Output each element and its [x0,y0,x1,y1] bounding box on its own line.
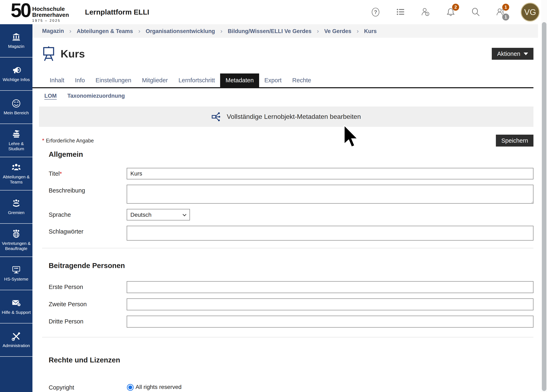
form-row-dritte-person: Dritte Person [42,316,533,328]
svg-text:***: *** [14,267,18,271]
breadcrumb-item[interactable]: Organisationsentwicklung [133,27,215,34]
sprache-select[interactable]: Deutsch [127,209,190,220]
required-asterisk: * [60,171,62,177]
erste-person-input[interactable] [127,281,533,293]
sidebar-item-mein-bereich[interactable]: Mein Bereich [0,91,33,124]
logo-anniversary-number: 50 [11,1,30,19]
field-label-beschreibung: Beschreibung [42,185,127,194]
svg-text:?: ? [18,304,20,307]
logo-years: 1975 – 2025 [32,19,69,23]
user-avatar[interactable]: VG [521,3,540,21]
search-icon[interactable] [471,7,481,17]
tab-metadaten[interactable]: Metadaten [220,74,259,87]
contacts-icon[interactable]: 1 1 [496,7,506,17]
edit-full-metadata-link[interactable]: Vollständige Lernobjekt-Metadaten bearbe… [39,107,533,127]
tab-einstellungen[interactable]: Einstellungen [90,74,137,87]
contacts-badge-total: 1 [502,14,509,20]
breadcrumb-item[interactable]: Bildung/Wissen/ELLI Ve Gerdes [215,27,312,34]
course-easel-icon [42,46,55,61]
mail-question-icon: ? [12,298,21,308]
smiley-icon [12,99,21,108]
top-header: 50 Hochschule Bremerhaven 1975 – 2025 Le… [0,0,547,24]
banner-label: Vollständige Lernobjekt-Metadaten bearbe… [227,113,361,121]
svg-text:?: ? [374,9,377,15]
form-row-titel: Titel* [42,168,533,179]
help-icon[interactable]: ? [370,7,381,17]
sidebar-item-wichtige-infos[interactable]: Wichtige Infos [0,57,33,91]
app-title: Lernplattform ELLI [85,8,149,16]
field-label-sprache: Sprache [42,209,127,218]
subtab-bar: LOM Taxonomiezuordnung [42,93,533,99]
dritte-person-input[interactable] [127,316,533,328]
sidebar-item-hilfe-support[interactable]: ? Hilfe & Support [0,290,33,324]
tab-mitglieder[interactable]: Mitglieder [137,74,173,87]
titel-input[interactable] [127,168,533,179]
field-label-dritte-person: Dritte Person [42,316,127,325]
megaphone-icon [12,66,21,75]
vertical-scrollbar[interactable] [541,0,547,392]
monitor-icon: *** [12,265,21,274]
people-group-icon [12,163,21,172]
sidebar-item-administration[interactable]: Administration [0,324,33,357]
tab-info[interactable]: Info [70,74,90,87]
required-asterisk: * [42,137,44,144]
user-status-icon[interactable]: ! [421,7,431,17]
books-graduation-icon [12,129,21,139]
form-row-sprache: Sprache Deutsch [42,209,533,220]
required-hint: *Erforderliche Angabe [42,137,94,144]
page-header: Kurs Aktionen [42,46,533,61]
sidebar-item-hs-systeme[interactable]: *** HS-Systeme [0,257,33,290]
logo-line1: Hochschule [32,6,65,12]
section-divider [42,248,533,248]
zweite-person-input[interactable] [127,298,533,310]
form-row-erste-person: Erste Person [42,281,533,293]
breadcrumb-item[interactable]: Magazin [42,28,64,34]
chevron-down-icon [524,53,528,55]
sidebar-item-abteilungen-teams[interactable]: Abteilungen & Teams [0,157,33,190]
copyright-radio-selected[interactable] [128,385,133,390]
globe-people-icon [12,229,21,239]
subtab-taxonomiezuordnung[interactable]: Taxonomiezuordnung [67,93,125,99]
form-header: *Erforderliche Angabe Speichern [42,135,533,147]
subtab-lom[interactable]: LOM [44,93,57,99]
section-divider [42,337,533,338]
breadcrumb: Magazin Abteilungen & Teams Organisation… [33,24,538,38]
beschreibung-textarea[interactable] [127,185,533,203]
page-content: Kurs Aktionen Inhalt Info Einstellungen … [33,46,538,391]
section-title-beitragende: Beitragende Personen [42,262,533,270]
main-area: Magazin Abteilungen & Teams Organisation… [33,24,538,392]
field-label-titel: Titel* [42,168,127,177]
committee-icon [12,198,21,208]
svg-text:!: ! [427,12,428,16]
sidebar-item-lehre-studium[interactable]: Lehre & Studium [0,124,33,157]
section-title-rechte: Rechte und Lizenzen [42,356,533,364]
main-sidebar: Magazin Wichtige Infos Mein Bereich [0,24,33,392]
app-screen: 50 Hochschule Bremerhaven 1975 – 2025 Le… [0,0,547,392]
scrollbar-thumb[interactable] [542,22,546,391]
university-logo[interactable]: 50 Hochschule Bremerhaven 1975 – 2025 [11,1,69,23]
logo-line2: Bremerhaven [32,12,69,18]
notifications-bell-icon[interactable]: 2 [445,7,456,17]
metadata-hub-icon [212,111,222,122]
task-list-icon[interactable] [396,7,406,17]
breadcrumb-item-current: Kurs [351,27,377,34]
sidebar-item-vertretungen[interactable]: Vertretungen & Beauftragte [0,224,33,257]
notifications-badge: 2 [452,4,459,11]
sidebar-item-magazin[interactable]: Magazin [0,24,33,57]
tools-icon [12,331,21,341]
sidebar-item-gremien[interactable]: Gremien [0,190,33,224]
tab-rechte[interactable]: Rechte [287,74,316,87]
tab-lernfortschritt[interactable]: Lernfortschritt [173,74,220,87]
actions-button[interactable]: Aktionen [492,48,533,60]
page-title: Kurs [61,48,85,60]
header-toolbar: ? ! [370,3,540,21]
field-label-erste-person: Erste Person [42,281,127,291]
schlagwoerter-input[interactable] [127,226,533,241]
section-title-allgemein: Allgemein [42,150,533,158]
breadcrumb-item[interactable]: Abteilungen & Teams [64,27,133,34]
copyright-option-label: All rights reserved [136,384,182,390]
save-button[interactable]: Speichern [496,135,533,147]
tab-export[interactable]: Export [259,74,287,87]
breadcrumb-item[interactable]: Ve Gerdes [312,27,351,34]
tab-inhalt[interactable]: Inhalt [44,74,70,87]
